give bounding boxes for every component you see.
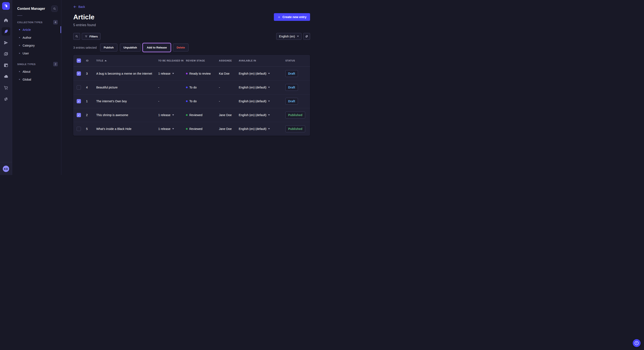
- cell-status: Published: [285, 126, 307, 132]
- single-types-count: 2: [53, 62, 58, 66]
- stage-dot-icon: [186, 100, 188, 102]
- caret-down-icon: [268, 128, 270, 130]
- cell-id: 4: [86, 86, 96, 89]
- cell-release[interactable]: 1 release: [158, 113, 186, 117]
- cell-release[interactable]: 1 release: [158, 127, 186, 131]
- column-id: ID: [86, 59, 96, 62]
- cell-id: 1: [86, 100, 96, 103]
- sidebar-item-article[interactable]: Article: [12, 26, 61, 34]
- table-row[interactable]: 2 This shrimp is awesome 1 release Revie…: [73, 108, 310, 122]
- column-available-in: AVAILABLE IN: [239, 59, 285, 62]
- filters-button[interactable]: Filters: [82, 33, 100, 40]
- sidebar-item-global[interactable]: Global: [12, 75, 61, 83]
- cell-available-in[interactable]: English (en) (default): [239, 113, 285, 117]
- caret-down-icon: [172, 73, 174, 74]
- strapi-logo[interactable]: [2, 2, 10, 10]
- sidebar-item-category[interactable]: Category: [12, 41, 61, 49]
- nav-content-type-builder-icon[interactable]: [2, 61, 10, 70]
- sidebar-search-button[interactable]: [51, 5, 58, 12]
- cell-status: Published: [285, 112, 307, 118]
- bullet-icon: [19, 53, 20, 54]
- cell-available-in[interactable]: English (en) (default): [239, 86, 285, 89]
- row-checkbox[interactable]: [77, 85, 81, 90]
- unpublish-button[interactable]: Unpublish: [120, 44, 141, 51]
- stage-dot-icon: [186, 128, 188, 130]
- cell-review-stage: To do: [186, 86, 219, 89]
- sidebar-item-user[interactable]: User: [12, 49, 61, 57]
- cell-review-stage: Ready to review: [186, 72, 219, 75]
- cell-id: 5: [86, 127, 96, 131]
- cell-release[interactable]: 1 release: [158, 72, 186, 75]
- bullet-icon: [19, 45, 20, 46]
- cell-id: 2: [86, 113, 96, 117]
- add-to-release-button[interactable]: Add to Release: [143, 44, 170, 51]
- search-button[interactable]: [73, 33, 80, 40]
- cell-release[interactable]: -: [158, 86, 186, 89]
- table-row[interactable]: 3 A bug is becoming a meme on the intern…: [73, 67, 310, 80]
- status-badge: Draft: [285, 98, 298, 105]
- cell-available-in[interactable]: English (en) (default): [239, 127, 285, 131]
- table-header-row: ID TITLE TO BE RELEASED IN REVIEW STAGE …: [73, 55, 310, 67]
- sidebar-item-author[interactable]: Author: [12, 34, 61, 41]
- bullet-icon: [19, 71, 20, 72]
- table-body: 3 A bug is becoming a meme on the intern…: [73, 67, 310, 136]
- row-checkbox[interactable]: [77, 99, 81, 103]
- column-assignee: ASSIGNEE: [219, 59, 239, 62]
- nav-cloud-icon[interactable]: [2, 72, 10, 81]
- filter-icon: [84, 35, 88, 38]
- nav-settings-gear-icon[interactable]: [2, 95, 10, 103]
- locale-select[interactable]: English (en): [276, 33, 302, 40]
- nav-releases-paper-plane-icon[interactable]: [2, 38, 10, 47]
- nav-marketplace-cart-icon[interactable]: [2, 84, 10, 92]
- cell-status: Draft: [285, 84, 307, 91]
- view-settings-button[interactable]: [303, 33, 310, 40]
- page-title: Article: [73, 13, 96, 21]
- bullet-icon: [19, 37, 20, 38]
- table-row[interactable]: 5 What's inside a Black Hole 1 release R…: [73, 122, 310, 136]
- cell-assignee: Jane Doe: [219, 127, 239, 131]
- sort-asc-icon: [104, 60, 107, 61]
- nav-home-icon[interactable]: [2, 16, 10, 24]
- create-new-entry-button[interactable]: Create new entry: [274, 13, 310, 21]
- bullet-icon: [19, 29, 20, 30]
- column-title-sort[interactable]: TITLE: [96, 59, 158, 62]
- cell-release[interactable]: -: [158, 100, 186, 103]
- publish-button[interactable]: Publish: [100, 44, 117, 51]
- cell-title: A bug is becoming a meme on the internet: [96, 72, 158, 75]
- table-row[interactable]: 4 Beautiful picture - To do - English (e…: [73, 80, 310, 94]
- cell-status: Draft: [285, 98, 307, 105]
- cell-assignee: Jane Doe: [219, 113, 239, 117]
- caret-down-icon: [268, 87, 270, 88]
- cell-review-stage: Reviewed: [186, 127, 219, 131]
- table-row[interactable]: 1 The internet's Own boy - To do - Engli…: [73, 94, 310, 108]
- delete-button[interactable]: Delete: [173, 44, 188, 51]
- caret-down-icon: [172, 114, 174, 116]
- cell-title: What's inside a Black Hole: [96, 127, 158, 131]
- nav-content-manager-feather-icon[interactable]: [2, 27, 10, 36]
- status-badge: Published: [285, 112, 305, 118]
- row-checkbox[interactable]: [77, 113, 81, 117]
- row-checkbox[interactable]: [77, 127, 81, 131]
- back-arrow-icon: [73, 5, 77, 8]
- caret-down-icon: [268, 114, 270, 116]
- cell-assignee: -: [219, 86, 239, 89]
- search-icon: [75, 35, 78, 38]
- user-avatar[interactable]: KD: [3, 166, 9, 172]
- entries-count: 5 entries found: [73, 23, 96, 27]
- back-link[interactable]: Back: [73, 5, 85, 8]
- cell-title: Beautiful picture: [96, 86, 158, 89]
- select-all-checkbox[interactable]: [77, 58, 81, 63]
- stage-dot-icon: [186, 87, 188, 88]
- cell-assignee: -: [219, 100, 239, 103]
- cell-available-in[interactable]: English (en) (default): [239, 100, 285, 103]
- nav-media-library-icon[interactable]: [2, 50, 10, 58]
- status-badge: Draft: [285, 70, 298, 77]
- entries-table: ID TITLE TO BE RELEASED IN REVIEW STAGE …: [73, 55, 310, 136]
- caret-down-icon: [297, 36, 299, 37]
- status-badge: Published: [285, 126, 305, 132]
- search-icon: [53, 7, 56, 10]
- row-checkbox[interactable]: [77, 71, 81, 76]
- section-single-types: SINGLE TYPES: [17, 63, 36, 65]
- sidebar-item-about[interactable]: About: [12, 68, 61, 75]
- cell-available-in[interactable]: English (en) (default): [239, 72, 285, 75]
